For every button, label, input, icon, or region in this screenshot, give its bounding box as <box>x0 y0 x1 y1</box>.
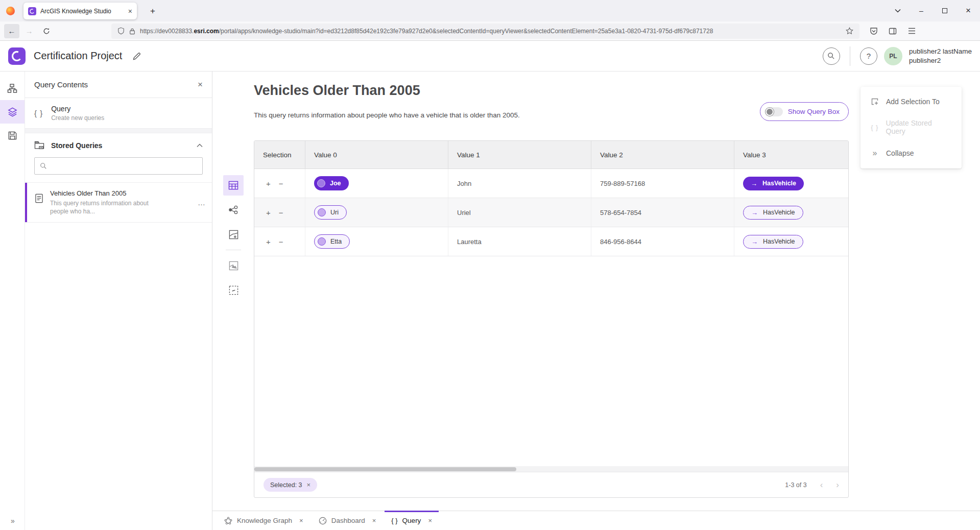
left-rail: » <box>0 71 25 530</box>
toggle-switch[interactable] <box>765 107 783 116</box>
panel-close-icon[interactable]: × <box>198 80 203 90</box>
search-button[interactable] <box>823 47 840 65</box>
remove-selection-button[interactable]: − <box>279 179 283 188</box>
entity-pill[interactable]: Uri <box>314 205 347 220</box>
table-view-button[interactable] <box>223 175 244 196</box>
cell-value1[interactable]: John <box>448 169 591 198</box>
help-button[interactable]: ? <box>860 47 877 65</box>
collapse-icon: » <box>870 149 879 158</box>
stored-queries-search-input[interactable] <box>51 162 197 170</box>
show-query-box-toggle[interactable]: Show Query Box <box>760 102 849 121</box>
close-tab-icon[interactable]: × <box>428 517 432 524</box>
cell-value1[interactable]: Lauretta <box>448 227 591 256</box>
query-contents-panel: Query Contents × { } Query Create new qu… <box>25 71 212 530</box>
pocket-icon[interactable] <box>867 24 881 38</box>
table-row: +− Etta Lauretta 846-956-8644 →HasVehicl… <box>254 227 848 256</box>
user-username: publisher2 <box>909 56 972 65</box>
close-tab-icon[interactable]: × <box>372 517 376 524</box>
add-selection-button[interactable]: + <box>266 237 271 246</box>
edit-title-icon[interactable] <box>132 52 141 61</box>
panel-title: Query Contents <box>34 80 198 89</box>
window-close-button[interactable]: × <box>957 0 980 21</box>
firefox-icon[interactable] <box>6 7 15 15</box>
folder-icon <box>34 141 44 150</box>
stored-query-options-icon[interactable]: … <box>198 198 206 207</box>
relationship-pill[interactable]: →HasVehicle <box>743 177 804 190</box>
clear-selection-icon[interactable]: × <box>307 481 311 489</box>
add-to-map-button[interactable] <box>223 255 244 276</box>
view-toolbar <box>223 175 244 304</box>
entity-pill[interactable]: Joe <box>314 176 349 190</box>
scrollbar-thumb[interactable] <box>254 467 516 471</box>
column-header-value0[interactable]: Value 0 <box>305 141 448 168</box>
previous-page-icon[interactable]: ‹ <box>820 480 823 490</box>
tracking-shield-icon[interactable] <box>117 27 125 35</box>
relationship-pill[interactable]: →HasVehicle <box>743 206 803 220</box>
avatar[interactable]: PL <box>884 47 902 65</box>
url-bar[interactable]: https://dev0028833.esri.com/portal/apps/… <box>111 23 859 39</box>
expand-rail-icon[interactable]: » <box>0 517 25 525</box>
column-header-selection[interactable]: Selection <box>254 141 305 168</box>
arrow-right-icon: → <box>751 209 758 216</box>
cell-value2[interactable]: 759-889-57168 <box>591 169 734 198</box>
forward-button[interactable]: → <box>21 24 37 38</box>
layers-nav-button[interactable] <box>0 100 25 124</box>
account-icon[interactable] <box>886 24 900 38</box>
entity-pill[interactable]: Etta <box>314 234 350 249</box>
window-minimize-button[interactable]: – <box>910 0 933 21</box>
search-icon <box>40 162 47 170</box>
bookmark-star-icon[interactable] <box>846 27 853 35</box>
add-selection-to-icon <box>870 98 879 106</box>
list-tabs-icon[interactable] <box>886 0 910 21</box>
table-footer: Selected: 3× 1-3 of 3 ‹ › <box>254 472 848 497</box>
user-info[interactable]: publisher2 lastName publisher2 <box>909 47 972 65</box>
remove-selection-button[interactable]: − <box>279 237 283 246</box>
reload-button[interactable] <box>39 24 54 38</box>
new-tab-button[interactable]: + <box>146 5 159 18</box>
menu-icon[interactable] <box>904 24 919 38</box>
menu-item-add-selection-to[interactable]: Add Selection To <box>861 91 962 112</box>
add-selection-button[interactable]: + <box>266 208 271 217</box>
stored-query-item[interactable]: Vehicles Older Than 2005 This query retu… <box>25 182 212 223</box>
menu-item-collapse[interactable]: » Collapse <box>861 142 962 164</box>
close-tab-icon[interactable]: × <box>299 517 303 524</box>
page-title: Vehicles Older Than 2005 <box>254 83 420 99</box>
cell-value1[interactable]: Uriel <box>448 198 591 227</box>
horizontal-scrollbar[interactable] <box>254 466 848 472</box>
selected-count-chip[interactable]: Selected: 3× <box>264 478 317 492</box>
stored-query-title: Vehicles Older Than 2005 <box>50 189 152 197</box>
column-header-value2[interactable]: Value 2 <box>591 141 734 168</box>
browser-tabstrip: ArcGIS Knowledge Studio × + – × <box>0 0 980 21</box>
tab-title: ArcGIS Knowledge Studio <box>40 8 124 15</box>
tab-dashboard[interactable]: Dashboard × <box>311 511 384 530</box>
query-item[interactable]: { } Query Create new queries <box>25 98 212 129</box>
pagination-label: 1-3 of 3 <box>785 481 806 489</box>
column-header-value3[interactable]: Value 3 <box>734 141 848 168</box>
cell-value2[interactable]: 846-956-8644 <box>591 227 734 256</box>
next-page-icon[interactable]: › <box>836 480 839 490</box>
stored-queries-search[interactable] <box>34 157 203 175</box>
url-text: https://dev0028833.esri.com/portal/apps/… <box>140 28 841 35</box>
tab-knowledge-graph[interactable]: Knowledge Graph × <box>217 511 311 530</box>
add-selection-button[interactable]: + <box>266 179 271 188</box>
menu-item-update-stored-query[interactable]: { } Update Stored Query <box>861 112 962 142</box>
browser-tab[interactable]: ArcGIS Knowledge Studio × <box>23 3 137 19</box>
relationship-pill[interactable]: →HasVehicle <box>743 235 803 249</box>
link-chart-view-button[interactable] <box>223 200 244 220</box>
cell-value2[interactable]: 578-654-7854 <box>591 198 734 227</box>
map-view-button[interactable] <box>223 224 244 245</box>
chevron-up-icon[interactable] <box>197 143 203 148</box>
stored-queries-header[interactable]: Stored Queries <box>25 133 212 156</box>
tab-close-icon[interactable]: × <box>128 7 132 15</box>
query-item-title: Query <box>51 105 104 113</box>
column-header-value1[interactable]: Value 1 <box>448 141 591 168</box>
data-model-nav-button[interactable] <box>0 77 25 100</box>
browser-toolbar: ← → https://dev0028833.esri.com/portal/a… <box>0 21 980 41</box>
back-button[interactable]: ← <box>4 24 19 38</box>
update-stored-query-icon: { } <box>870 124 879 131</box>
selection-tools-button[interactable] <box>223 280 244 300</box>
tab-query[interactable]: { } Query × <box>384 511 440 530</box>
remove-selection-button[interactable]: − <box>279 208 283 217</box>
window-maximize-button[interactable] <box>933 0 957 21</box>
save-nav-button[interactable] <box>0 124 25 147</box>
